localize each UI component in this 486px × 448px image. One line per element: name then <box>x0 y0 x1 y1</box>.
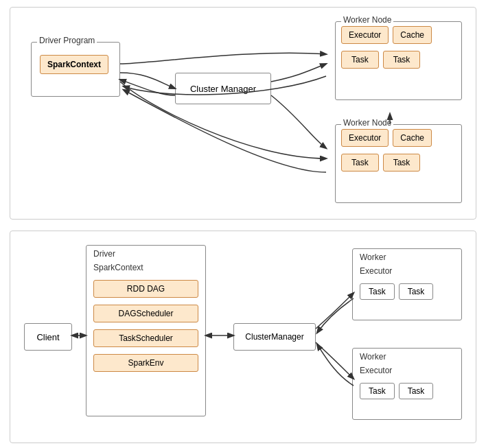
cache-box-2: Cache <box>393 129 432 147</box>
driver-label: Driver <box>93 249 115 259</box>
worker-b-2-label: Worker <box>360 352 386 362</box>
worker-b-1-label: Worker <box>360 252 386 262</box>
driver-program-box: Driver Program SparkContext <box>31 42 120 97</box>
client-box: Client <box>24 323 72 351</box>
task-b-2a: Task <box>360 383 395 399</box>
task-scheduler-item: TaskScheduler <box>93 329 198 347</box>
dag-scheduler-item: DAGScheduler <box>93 305 198 322</box>
worker-node-1-label: Worker Node <box>341 15 393 25</box>
task-box-1a: Task <box>341 51 379 69</box>
worker-b-2: Worker Executor Task Task <box>352 348 462 420</box>
task-box-1b: Task <box>383 51 421 69</box>
worker-node-2-bottom-row: Task Task <box>336 150 461 172</box>
rdd-dag-item: RDD DAG <box>93 280 198 298</box>
cache-box-1: Cache <box>393 26 432 44</box>
cluster-manager-box: Cluster Manager <box>175 73 271 104</box>
top-diagram: Driver Program SparkContext Cluster Mana… <box>10 7 476 220</box>
worker-node-2-label: Worker Node <box>341 118 393 128</box>
executor-box-2: Executor <box>341 129 389 147</box>
cluster-manager-bottom-label: ClusterManager <box>245 332 303 342</box>
client-label: Client <box>36 332 59 342</box>
sparkcontext-inner-label: SparkContext <box>93 263 143 272</box>
worker-node-1: Worker Node Executor Cache Task Task <box>335 21 462 100</box>
executor-box-1: Executor <box>341 26 389 44</box>
task-box-2b: Task <box>383 154 421 172</box>
worker-node-2-top-row: Executor Cache <box>336 125 461 147</box>
task-b-1a: Task <box>360 283 395 300</box>
worker-b-2-task-row: Task Task <box>360 383 433 399</box>
worker-b-1-task-row: Task Task <box>360 283 433 300</box>
driver-inner-items: RDD DAG DAGScheduler TaskScheduler Spark… <box>93 280 198 372</box>
worker-b-1: Worker Executor Task Task <box>352 248 462 320</box>
spark-env-item: SparkEnv <box>93 354 198 372</box>
cluster-manager-bottom: ClusterManager <box>233 323 316 351</box>
task-b-1b: Task <box>399 283 434 300</box>
worker-node-1-bottom-row: Task Task <box>336 47 461 69</box>
driver-box: Driver SparkContext RDD DAG DAGScheduler… <box>86 245 206 416</box>
cluster-manager-label: Cluster Manager <box>190 84 256 94</box>
executor-b-1-label: Executor <box>360 266 392 276</box>
bottom-diagram: Client Driver SparkContext RDD DAG DAGSc… <box>10 231 476 443</box>
task-b-2b: Task <box>399 383 434 399</box>
executor-b-2-label: Executor <box>360 366 392 375</box>
worker-node-1-top-row: Executor Cache <box>336 22 461 44</box>
driver-program-label: Driver Program <box>37 36 97 45</box>
worker-node-2: Worker Node Executor Cache Task Task <box>335 124 462 203</box>
task-box-2a: Task <box>341 154 379 172</box>
spark-context-button: SparkContext <box>40 55 108 74</box>
